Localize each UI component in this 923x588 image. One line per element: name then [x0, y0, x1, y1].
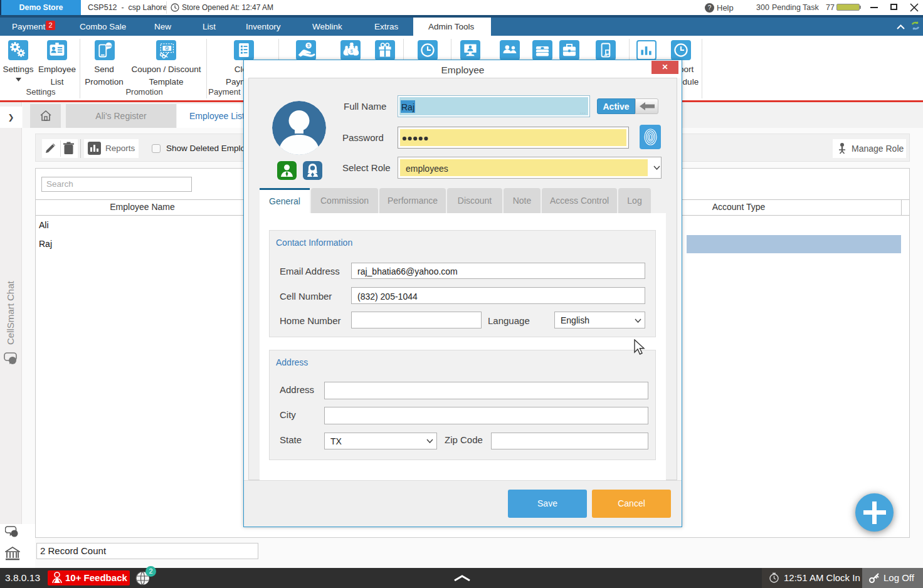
svg-text:$: $ [307, 43, 310, 48]
svg-text:$: $ [166, 47, 168, 50]
svg-text:$: $ [351, 48, 353, 54]
svg-text:SMS: SMS [106, 45, 112, 48]
svg-text:?: ? [708, 4, 712, 11]
